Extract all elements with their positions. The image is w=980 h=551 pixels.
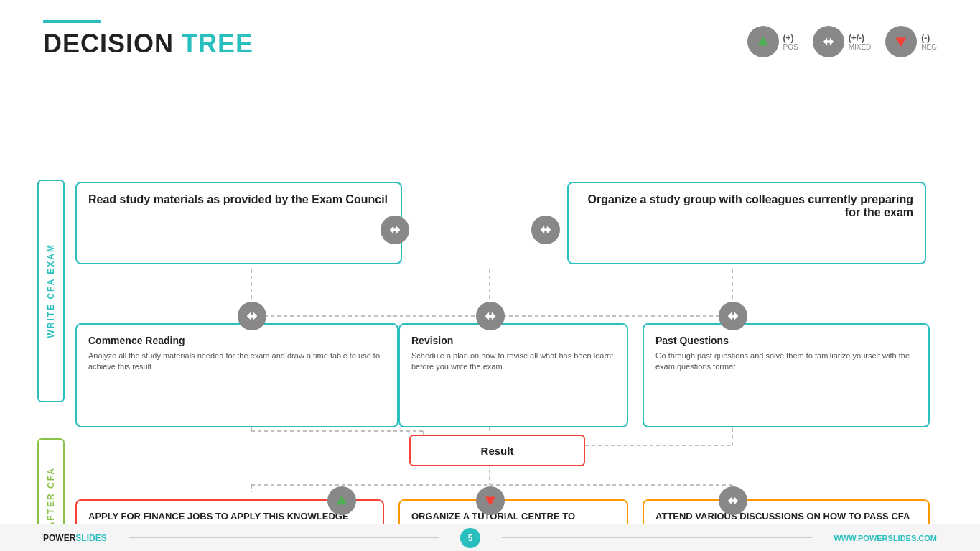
row2-right-body: Go through past questions and solve them…: [655, 351, 917, 373]
svg-marker-1: [823, 38, 834, 46]
write-cfa-label: WRITE CFA EXAM: [46, 244, 56, 338]
row1-right-box: Organize a study group with colleagues c…: [567, 182, 926, 264]
pos-icon: [747, 26, 779, 57]
row3-center-connector: [476, 486, 505, 515]
row2-left-body: Analyze all the study materials needed f…: [88, 351, 386, 373]
row1-left-box: Read study materials as provided by the …: [75, 182, 402, 264]
row2-center-body: Schedule a plan on how to revise all wha…: [411, 351, 615, 373]
legend-mixed: (+/-) MIXED: [813, 26, 872, 57]
svg-marker-21: [541, 226, 551, 234]
after-cfa-label: AFTER CFA: [46, 467, 56, 528]
page-title: DECISION TREE: [43, 29, 253, 59]
svg-marker-20: [390, 226, 401, 234]
row3-left-connector: [327, 486, 356, 515]
svg-marker-23: [485, 312, 496, 320]
header: DECISION TREE (+) POS (+/-) MIXED: [0, 0, 980, 59]
svg-marker-0: [757, 37, 768, 46]
row2-center-title: Revision: [411, 335, 615, 346]
svg-marker-26: [485, 497, 496, 506]
row2-left-box: Commence Reading Analyze all the study m…: [75, 323, 398, 427]
row2-right-box: Past Questions Go through past questions…: [643, 323, 930, 427]
mixed-icon: [813, 26, 844, 57]
title-underline: [43, 20, 101, 23]
result-label: Result: [481, 445, 514, 457]
neg-icon: [885, 26, 917, 57]
footer-url: WWW.POWERSLIDES.COM: [834, 534, 937, 542]
footer-line-right: [502, 537, 812, 538]
legend-pos: (+) POS: [747, 26, 798, 57]
footer-page-number: 5: [460, 528, 480, 548]
row2-left-title: Commence Reading: [88, 335, 386, 346]
footer: POWERSLIDES 5 WWW.POWERSLIDES.COM: [0, 524, 980, 551]
title-block: DECISION TREE: [43, 20, 253, 59]
row1-left-connector: [381, 216, 409, 244]
write-cfa-section: WRITE CFA EXAM: [37, 180, 65, 402]
row2-left-connector: [238, 302, 266, 330]
row1-right-title: Organize a study group with colleagues c…: [580, 193, 913, 219]
footer-brand-teal: SLIDES: [75, 533, 106, 543]
row2-right-connector: [719, 302, 747, 330]
row2-right-title: Past Questions: [655, 335, 917, 346]
row2-center-connector: [476, 302, 505, 330]
svg-marker-24: [728, 312, 739, 320]
row1-right-connector: [531, 216, 560, 244]
footer-brand-black: POWER: [43, 533, 75, 543]
row3-right-connector: [719, 486, 747, 515]
svg-marker-2: [896, 38, 907, 47]
footer-line-left: [129, 537, 439, 538]
svg-marker-22: [247, 312, 258, 320]
result-box: Result: [409, 435, 585, 466]
svg-marker-27: [728, 497, 739, 505]
svg-marker-25: [337, 496, 347, 505]
footer-brand-container: POWERSLIDES: [43, 533, 107, 543]
legend-neg: (-) NEG: [885, 26, 937, 57]
row1-left-title: Read study materials as provided by the …: [88, 193, 389, 206]
legend: (+) POS (+/-) MIXED (-) NEG: [747, 26, 937, 57]
row3-left-title: APPLY FOR FINANCE JOBS TO APPLY THIS KNO…: [88, 511, 371, 523]
row2-center-box: Revision Schedule a plan on how to revis…: [398, 323, 628, 427]
diagram-area: WRITE CFA EXAM AFTER CFA Read study mate…: [0, 75, 980, 524]
